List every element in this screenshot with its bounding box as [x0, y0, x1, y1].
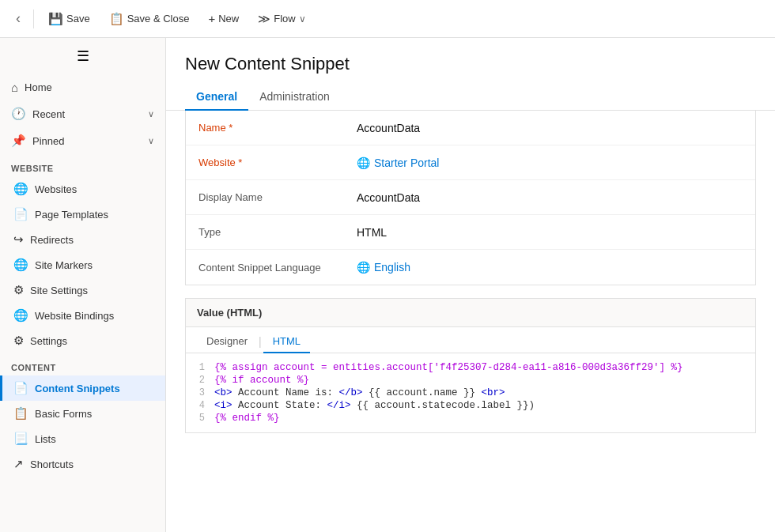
website-bindings-icon: 🌐: [13, 308, 28, 323]
code-line-1: 1 {% assign account = entities.account['…: [186, 361, 755, 374]
website-required: *: [238, 157, 242, 168]
settings-icon: ⚙: [13, 334, 24, 348]
snippet-language-label: Content Snippet Language: [198, 262, 357, 274]
page-templates-icon: 📄: [13, 207, 28, 221]
sidebar-item-recent[interactable]: 🕐 Recent ∨: [0, 100, 165, 127]
websites-icon: 🌐: [13, 182, 28, 196]
display-name-value: AccountData: [357, 191, 420, 204]
sidebar-item-settings[interactable]: ⚙ Settings: [0, 328, 165, 353]
flow-button[interactable]: ≫ Flow ∨: [250, 7, 313, 31]
new-icon: +: [208, 12, 215, 25]
display-name-label: Display Name: [198, 191, 357, 203]
sidebar-item-basic-forms[interactable]: 📋 Basic Forms: [0, 401, 165, 426]
save-icon: 💾: [48, 12, 63, 26]
content-group-title: Content: [0, 353, 165, 375]
form-section: Name * AccountData Website * 🌐 Starter P…: [185, 111, 756, 285]
content-snippets-icon: 📄: [13, 381, 28, 395]
form-row-name: Name * AccountData: [186, 111, 755, 145]
page-header: New Content Snippet: [166, 38, 775, 84]
pinned-icon: 📌: [11, 134, 26, 148]
sidebar-item-site-markers[interactable]: 🌐 Site Markers: [0, 252, 165, 277]
value-tab-separator: |: [259, 335, 262, 348]
sidebar-item-websites[interactable]: 🌐 Websites: [0, 176, 165, 202]
sidebar-item-redirects[interactable]: ↪ Redirects: [0, 227, 165, 252]
code-line-2: 2 {% if account %}: [186, 374, 755, 387]
website-value[interactable]: 🌐 Starter Portal: [357, 157, 439, 169]
name-label: Name *: [198, 122, 357, 134]
form-row-display-name: Display Name AccountData: [186, 180, 755, 215]
sidebar-item-shortcuts[interactable]: ↗ Shortcuts: [0, 451, 165, 477]
main-layout: ☰ ⌂ Home 🕐 Recent ∨ 📌 Pinned ∨ Website 🌐…: [0, 38, 775, 532]
code-line-4: 4 <i> Account State: </i> {{ account.sta…: [186, 399, 755, 412]
pinned-caret-icon: ∨: [148, 136, 154, 146]
sidebar-item-content-snippets[interactable]: 📄 Content Snippets: [0, 375, 165, 401]
toolbar-separator-1: [33, 9, 34, 28]
lists-icon: 📃: [13, 432, 28, 446]
sidebar-item-pinned[interactable]: 📌 Pinned ∨: [0, 127, 165, 154]
flow-caret-icon: ∨: [299, 13, 306, 25]
recent-caret-icon: ∨: [148, 109, 154, 119]
code-line-5: 5 {% endif %}: [186, 412, 755, 424]
sidebar-item-website-bindings[interactable]: 🌐 Website Bindings: [0, 303, 165, 328]
value-tab-designer[interactable]: Designer: [197, 330, 257, 353]
value-tab-html[interactable]: HTML: [263, 330, 310, 353]
flow-icon: ≫: [258, 12, 270, 26]
name-value: AccountData: [357, 122, 420, 134]
form-row-website: Website * 🌐 Starter Portal: [186, 145, 755, 180]
code-editor[interactable]: 1 {% assign account = entities.account['…: [186, 353, 755, 432]
save-close-button[interactable]: 📋 Save & Close: [101, 7, 198, 31]
home-icon: ⌂: [11, 81, 18, 94]
type-label: Type: [198, 226, 357, 238]
snippet-language-value[interactable]: 🌐 English: [357, 261, 410, 274]
shortcuts-icon: ↗: [13, 457, 24, 471]
save-close-icon: 📋: [109, 12, 124, 26]
new-button[interactable]: + New: [200, 7, 247, 30]
site-markers-icon: 🌐: [13, 258, 28, 272]
value-header: Value (HTML): [186, 299, 755, 327]
website-group-title: Website: [0, 154, 165, 176]
basic-forms-icon: 📋: [13, 406, 28, 421]
sidebar: ☰ ⌂ Home 🕐 Recent ∨ 📌 Pinned ∨ Website 🌐…: [0, 38, 166, 532]
website-label: Website *: [198, 157, 357, 168]
value-tabs: Designer | HTML: [186, 327, 755, 353]
value-section: Value (HTML) Designer | HTML 1 {% assign…: [185, 298, 756, 433]
tab-general[interactable]: General: [185, 84, 248, 111]
toolbar: ‹ 💾 Save 📋 Save & Close + New ≫ Flow ∨: [0, 0, 775, 38]
snippet-language-icon: 🌐: [357, 261, 370, 274]
form-row-type: Type HTML: [186, 215, 755, 250]
code-line-3: 3 <b> Account Name is: </b> {{ account.n…: [186, 387, 755, 399]
page-tabs: General Administration: [166, 84, 775, 111]
sidebar-item-site-settings[interactable]: ⚙ Site Settings: [0, 277, 165, 303]
site-settings-icon: ⚙: [13, 283, 24, 297]
recent-icon: 🕐: [11, 107, 26, 121]
page-title: New Content Snippet: [185, 54, 756, 74]
type-value: HTML: [357, 226, 387, 239]
tab-administration[interactable]: Administration: [248, 84, 341, 111]
sidebar-item-lists[interactable]: 📃 Lists: [0, 426, 165, 451]
content-area: New Content Snippet General Administrati…: [166, 38, 775, 532]
website-globe-icon: 🌐: [357, 157, 370, 169]
sidebar-item-page-templates[interactable]: 📄 Page Templates: [0, 202, 165, 227]
redirects-icon: ↪: [13, 232, 24, 247]
back-button[interactable]: ‹: [9, 6, 27, 32]
name-required: *: [229, 122, 232, 134]
hamburger-menu[interactable]: ☰: [0, 38, 165, 74]
sidebar-item-home[interactable]: ⌂ Home: [0, 74, 165, 100]
save-button[interactable]: 💾 Save: [40, 7, 98, 31]
form-row-snippet-language: Content Snippet Language 🌐 English: [186, 250, 755, 285]
